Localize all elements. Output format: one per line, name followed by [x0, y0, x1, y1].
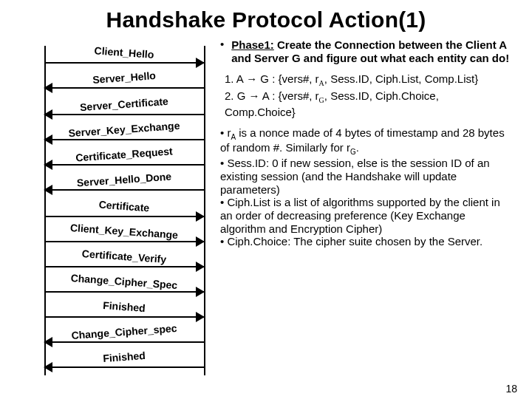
text-column: • Phase1: Create the Connection between … [220, 38, 511, 378]
detail-sub: G [350, 148, 356, 156]
msg-server-hello-done: Server_Hello_Done [44, 176, 204, 198]
slide: Handshake Protocol Action(1) Client_Hell… [0, 0, 532, 399]
eq2-sub: G [319, 96, 324, 104]
phase-text: Phase1: Create the Connection between th… [231, 38, 511, 64]
msg-label: Certificate [44, 194, 205, 217]
content-row: Client_Hello Server_Hello Server_Certifi… [21, 38, 511, 378]
msg-label: Server_Certificate [44, 92, 205, 115]
eq1-rest: , Sess.ID, Ciph.List, Comp.List} [324, 72, 478, 85]
slide-number: 18 [505, 383, 517, 395]
equations: 1. A → G : {vers#, rA, Sess.ID, Ciph.Lis… [225, 72, 511, 120]
detail-nonce: • rA is a nonce made of 4 bytes of times… [220, 126, 511, 157]
eq2-prefix: 2. G → A : {vers#, r [225, 89, 319, 102]
msg-label: Client_Hello [44, 41, 205, 64]
server-lifeline [204, 46, 205, 375]
msg-finished-s: Finished [44, 353, 204, 375]
bullet-icon: • [220, 38, 224, 64]
detail-text: is a nonce made of 4 bytes of timestamp … [220, 126, 505, 154]
equation-2: 2. G → A : {vers#, rG, Sess.ID, Ciph.Cho… [225, 89, 511, 120]
slide-title: Handshake Protocol Action(1) [21, 7, 511, 33]
detail-text: . [356, 141, 359, 154]
phase-label: Phase1: [231, 38, 274, 51]
eq1-sub: A [319, 79, 324, 87]
eq1-prefix: 1. A → G : {vers#, r [225, 72, 319, 85]
detail-ciphlist: • Ciph.List is a list of algorithms supp… [220, 196, 511, 235]
detail-text: • r [220, 126, 231, 139]
sequence-diagram: Client_Hello Server_Hello Server_Certifi… [21, 38, 213, 378]
details: • rA is a nonce made of 4 bytes of times… [220, 126, 511, 248]
msg-server-hello: Server_Hello [44, 74, 204, 96]
detail-ciphchoice: • Ciph.Choice: The cipher suite chosen b… [220, 235, 511, 248]
detail-sessid: • Sess.ID: 0 if new session, else is the… [220, 157, 511, 196]
phase-row: • Phase1: Create the Connection between … [220, 38, 511, 64]
equation-1: 1. A → G : {vers#, rA, Sess.ID, Ciph.Lis… [225, 72, 511, 89]
